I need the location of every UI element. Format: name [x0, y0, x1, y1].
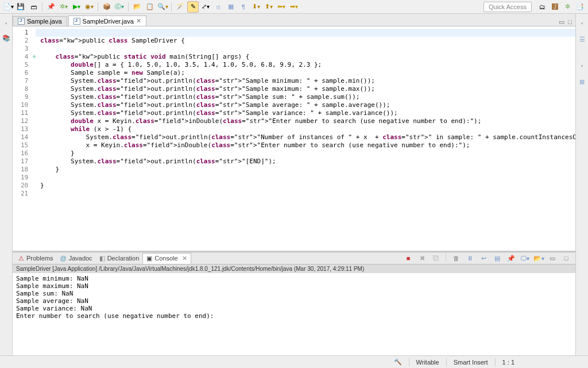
- problems-icon: ⚠: [18, 255, 24, 262]
- java-file-icon: [18, 18, 25, 25]
- clear-console-icon[interactable]: 🗑: [450, 252, 462, 264]
- tab-javadoc[interactable]: @ Javadoc: [56, 254, 95, 263]
- tab-sampledriver-java[interactable]: SampleDriver.java ✕: [68, 16, 146, 26]
- main-toolbar: 📄▾ 💾 🗃 📌 ✲▾ ▶▾ ◉▾ 📦 Ⓒ▾ 📂 📋 🔍▾ 🪄 ✎ ⤢▾ ⎅ ▦…: [0, 0, 588, 14]
- tab-declaration[interactable]: ◧ Declaration: [96, 254, 143, 263]
- quick-access-field[interactable]: Quick Access: [483, 2, 532, 12]
- terminate-icon[interactable]: ■: [403, 252, 414, 264]
- coverage-dropdown-icon[interactable]: ◉▾: [83, 1, 95, 13]
- back-dropdown-icon[interactable]: ⬅▾: [276, 1, 287, 13]
- status-writable: Writable: [416, 359, 439, 366]
- new-dropdown-icon[interactable]: 📄▾: [2, 1, 14, 13]
- task-list-icon[interactable]: ☰: [577, 33, 588, 45]
- tab-label: Sample.java: [27, 18, 62, 25]
- maximize-view-icon[interactable]: □: [560, 252, 572, 264]
- java-file-icon: [74, 18, 80, 25]
- new-class-dropdown-icon[interactable]: Ⓒ▾: [114, 1, 125, 13]
- open-console-dropdown-icon[interactable]: 📂▾: [533, 252, 544, 264]
- show-source-icon[interactable]: ¶: [238, 1, 249, 13]
- right-trim: ▫ ☰ ▫ ⊞: [575, 14, 588, 355]
- save-all-icon[interactable]: 🗃: [28, 1, 39, 13]
- code-area[interactable]: class="kw">public class SampleDriver { c…: [36, 26, 575, 251]
- show-whitespace-icon[interactable]: ⎅: [212, 1, 224, 13]
- left-trim: ▫ 📚: [0, 14, 13, 355]
- remove-all-icon[interactable]: ⿻: [430, 252, 442, 264]
- outline-icon[interactable]: ⊞: [577, 76, 588, 87]
- prev-annotation-dropdown-icon[interactable]: ⬆▾: [263, 1, 274, 13]
- wand-icon[interactable]: 🪄: [175, 1, 186, 13]
- javadoc-icon: @: [60, 255, 66, 262]
- line-number-gutter: 123456789101112131415161718192021: [13, 26, 33, 251]
- status-bar: 🔨 Writable Smart Insert 1 : 1: [0, 355, 588, 368]
- console-launch-header: SampleDriver [Java Application] /Library…: [13, 264, 575, 273]
- close-icon[interactable]: ✕: [182, 255, 187, 262]
- package-explorer-icon[interactable]: 📚: [1, 32, 12, 44]
- new-package-icon[interactable]: 📦: [101, 1, 113, 13]
- bottom-view-tabs: ⚠ Problems @ Javadoc ◧ Declaration ▣ Con…: [13, 252, 575, 264]
- debug-dropdown-icon[interactable]: ✲▾: [58, 1, 69, 13]
- open-perspective-icon[interactable]: 📑: [574, 1, 586, 13]
- block-selection-icon[interactable]: ▦: [225, 1, 237, 13]
- perspective-java-icon[interactable]: 🅹: [549, 1, 560, 13]
- console-icon: ▣: [146, 255, 152, 262]
- scroll-lock-icon[interactable]: ⏸: [464, 252, 475, 264]
- perspective-debug-icon[interactable]: ✲: [562, 1, 573, 13]
- forward-dropdown-icon[interactable]: ➡▾: [288, 1, 300, 13]
- status-cursor-position: 1 : 1: [502, 359, 514, 366]
- console-output[interactable]: Sample minimum: NaN Sample maximum: NaN …: [13, 273, 575, 355]
- declaration-icon: ◧: [99, 255, 105, 262]
- pin-console-icon[interactable]: 📌: [505, 252, 517, 264]
- editor-tabs: Sample.java SampleDriver.java ✕ ▭ □: [13, 14, 575, 26]
- refactor-dropdown-icon[interactable]: ⤢▾: [200, 1, 211, 13]
- display-selected-dropdown-icon[interactable]: 🖵▾: [519, 252, 531, 264]
- minimize-view-icon[interactable]: ▭: [559, 18, 564, 26]
- tab-label: SampleDriver.java: [83, 18, 134, 25]
- pin-icon[interactable]: 📌: [45, 1, 57, 13]
- open-type-icon[interactable]: 📂: [131, 1, 143, 13]
- build-icon: 🔨: [394, 358, 402, 366]
- tab-sample-java[interactable]: Sample.java: [13, 16, 67, 26]
- code-editor[interactable]: 123456789101112131415161718192021 ⊖ clas…: [13, 26, 575, 252]
- next-annotation-dropdown-icon[interactable]: ⬇▾: [250, 1, 262, 13]
- restore-view-icon[interactable]: ▫: [577, 60, 588, 71]
- restore-view-icon[interactable]: ▫: [1, 17, 12, 29]
- perspective-java-ee-icon[interactable]: 🗂: [536, 1, 548, 13]
- save-icon[interactable]: 💾: [15, 1, 26, 13]
- maximize-view-icon[interactable]: □: [568, 18, 572, 26]
- minimize-view-icon[interactable]: ▭: [547, 252, 558, 264]
- run-dropdown-icon[interactable]: ▶▾: [71, 1, 82, 13]
- close-icon[interactable]: ✕: [136, 17, 141, 25]
- status-insert-mode: Smart Insert: [454, 359, 488, 366]
- search-dropdown-icon[interactable]: 🔍▾: [157, 1, 168, 13]
- restore-view-icon[interactable]: ▫: [577, 17, 588, 29]
- word-wrap-icon[interactable]: ↩: [478, 252, 489, 264]
- toggle-highlight-icon[interactable]: ✎: [187, 1, 199, 13]
- show-console-dropdown-icon[interactable]: ▤: [492, 252, 503, 264]
- tab-problems[interactable]: ⚠ Problems: [15, 254, 56, 263]
- remove-launch-icon[interactable]: ✖: [416, 252, 428, 264]
- tab-console[interactable]: ▣ Console ✕: [142, 253, 191, 264]
- open-task-icon[interactable]: 📋: [144, 1, 156, 13]
